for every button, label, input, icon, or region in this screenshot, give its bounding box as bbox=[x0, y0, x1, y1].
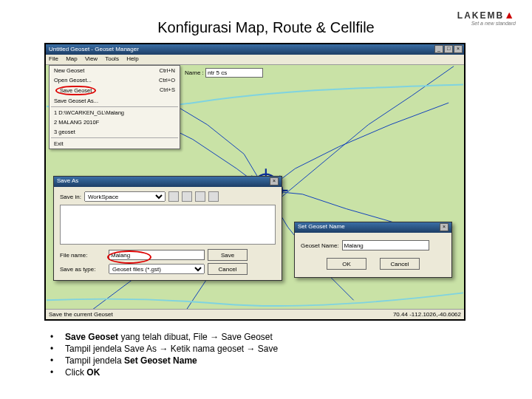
savein-label: Save in: bbox=[60, 194, 81, 200]
dialog-titlebar[interactable]: Save As × bbox=[54, 177, 282, 187]
new-folder-icon[interactable] bbox=[182, 191, 192, 202]
menu-item-save[interactable]: Save GeosetCtrl+S bbox=[50, 85, 180, 96]
menu-file[interactable]: File bbox=[49, 55, 58, 62]
geoset-name-label: Geoset Name: bbox=[301, 242, 339, 249]
file-menu-dropdown[interactable]: New GeosetCtrl+N Open Geoset...Ctrl+O Sa… bbox=[49, 65, 180, 149]
close-icon[interactable]: × bbox=[270, 177, 279, 185]
save-button[interactable]: Save bbox=[208, 249, 248, 261]
menu-item-new[interactable]: New GeosetCtrl+N bbox=[50, 66, 180, 75]
list-item: Click OK bbox=[44, 366, 278, 378]
window-titlebar[interactable]: Untitled Geoset - Geoset Manager _ □ × bbox=[46, 44, 464, 55]
slide-title: Konfigurasi Map, Route & Cellfile bbox=[0, 19, 532, 36]
savetype-label: Save as type: bbox=[60, 266, 106, 273]
menu-item-saveas[interactable]: Save Geoset As... bbox=[50, 96, 180, 106]
app-screenshot: Untitled Geoset - Geoset Manager _ □ × F… bbox=[44, 43, 466, 321]
geoset-name-input[interactable] bbox=[205, 68, 263, 78]
geoset-name-field: Name : bbox=[185, 68, 263, 78]
list-item: Tampil jendela Set Geoset Name bbox=[44, 355, 278, 366]
set-geoset-name-dialog[interactable]: Set Geoset Name × Geoset Name: OK Cancel bbox=[294, 222, 452, 278]
cancel-button[interactable]: Cancel bbox=[380, 258, 420, 270]
menu-recent-3[interactable]: 3 geoset bbox=[50, 127, 180, 137]
maximize-icon[interactable]: □ bbox=[444, 45, 453, 53]
slide-notes: Save Geoset yang telah dibuat, File → Sa… bbox=[44, 331, 278, 378]
filename-label: File name: bbox=[60, 252, 106, 259]
cancel-button[interactable]: Cancel bbox=[208, 263, 248, 275]
menu-tools[interactable]: Tools bbox=[105, 55, 119, 62]
close-icon[interactable]: × bbox=[440, 223, 449, 231]
status-bar: Save the current Geoset 70.44 -112.1026,… bbox=[46, 309, 464, 319]
file-list[interactable] bbox=[60, 205, 276, 245]
menu-item-open[interactable]: Open Geoset...Ctrl+O bbox=[50, 75, 180, 85]
list-item: Save Geoset yang telah dibuat, File → Sa… bbox=[44, 331, 278, 343]
save-as-dialog[interactable]: Save As × Save in: WorkSpace File name: … bbox=[53, 176, 282, 281]
menu-help[interactable]: Help bbox=[126, 55, 138, 62]
list-view-icon[interactable] bbox=[195, 191, 205, 202]
savetype-select[interactable]: Geoset files (*.gst) bbox=[109, 264, 205, 274]
close-icon[interactable]: × bbox=[454, 45, 463, 53]
menubar[interactable]: File Map View Tools Help bbox=[46, 55, 464, 65]
menu-recent-1[interactable]: 1 D:\WCARKEN_GL\Malang bbox=[50, 108, 180, 117]
ok-button[interactable]: OK bbox=[327, 258, 366, 270]
menu-map[interactable]: Map bbox=[66, 55, 78, 62]
list-item: Tampil jendela Save As → Ketik nama geos… bbox=[44, 343, 278, 355]
up-folder-icon[interactable] bbox=[168, 191, 179, 202]
menu-recent-2[interactable]: 2 MALANG 2010F bbox=[50, 117, 180, 127]
filename-input[interactable] bbox=[109, 250, 205, 260]
savein-select[interactable]: WorkSpace bbox=[84, 191, 166, 202]
dialog-titlebar[interactable]: Set Geoset Name × bbox=[295, 222, 451, 233]
minimize-icon[interactable]: _ bbox=[434, 45, 443, 53]
geoset-name-input[interactable] bbox=[342, 240, 429, 250]
details-view-icon[interactable] bbox=[208, 191, 219, 202]
menu-item-exit[interactable]: Exit bbox=[50, 139, 180, 149]
menu-view[interactable]: View bbox=[85, 55, 98, 62]
